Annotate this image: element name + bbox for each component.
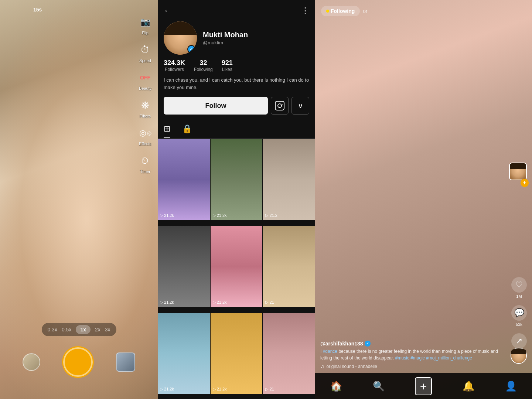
timer-label: Timer: [140, 169, 150, 174]
speed-button[interactable]: ⏱ Speed: [138, 42, 153, 63]
create-icon: ＋: [415, 377, 432, 395]
feed-background: [315, 0, 532, 399]
play-count: ▷ 21.2k: [213, 213, 227, 218]
nav-search[interactable]: 🔍: [373, 381, 385, 392]
play-count: ▷ 21.2k: [160, 300, 174, 305]
nav-create[interactable]: ＋: [415, 377, 432, 395]
timer-button[interactable]: ⏲ Timer: [138, 153, 153, 174]
following-button[interactable]: Following: [321, 6, 360, 16]
dropdown-button[interactable]: ∨: [291, 97, 309, 115]
home-icon: 🏠: [330, 381, 342, 392]
feed-avatar-hair: [511, 348, 526, 354]
shutter-button[interactable]: [63, 347, 93, 377]
video-thumbnail[interactable]: ▷ 21.2k: [211, 139, 263, 220]
caption-sound: ♫ original sound - annabelle: [320, 364, 510, 369]
comment-action[interactable]: 💬 53k: [511, 305, 527, 327]
bottom-navigation: 🏠 🔍 ＋ 🔔 👤: [315, 373, 532, 399]
followers-label: Followers: [164, 67, 185, 72]
comment-icon: 💬: [511, 305, 527, 321]
profile-topbar: ← ⋮: [158, 0, 315, 18]
feed-bottom-avatar[interactable]: [511, 348, 527, 364]
play-count: ▷ 21.2k: [213, 387, 227, 392]
speed-label: Speed: [139, 58, 151, 63]
zoom-05x[interactable]: 0.5x: [62, 327, 71, 332]
profile-tabs: ⊞ 🔒: [158, 120, 315, 139]
likes-stat: 921 Likes: [222, 59, 233, 72]
nav-notifications[interactable]: 🔔: [463, 381, 474, 392]
profile-panel: ← ⋮ ✓ Mukti Mohan @muktim 324.3K Followe…: [158, 0, 315, 399]
profile-avatar: ✓: [164, 21, 197, 55]
timer-icon: ⏲: [138, 153, 153, 168]
feed-caption: @arshifakhan138 ✓ I #dance because there…: [320, 341, 510, 369]
video-grid: ▷ 21.2k ▷ 21.2k ▷ 21.2 ▷ 21.2k ▷ 21.2k ▷…: [158, 139, 315, 399]
username-text: @arshifakhan138: [320, 341, 363, 347]
beauty-button[interactable]: OFF Beauty: [138, 70, 153, 91]
gallery-thumbnail[interactable]: [116, 352, 135, 372]
following-label: Following: [194, 67, 213, 72]
video-thumbnail[interactable]: ▷ 21: [263, 313, 315, 394]
camera-bottom-controls: [0, 347, 158, 377]
zoom-bar: 0.3x 0.5x 1x 2x 3x: [41, 323, 116, 336]
back-button[interactable]: ←: [164, 6, 172, 16]
beauty-icon: OFF: [138, 70, 153, 85]
video-thumbnail[interactable]: ▷ 21.2k: [211, 226, 263, 307]
zoom-03x[interactable]: 0.3x: [47, 327, 57, 332]
camera-flip-button[interactable]: 📷 Flip: [138, 15, 153, 35]
hashtag-magic: #magic: [410, 355, 425, 361]
filters-label: Filters: [140, 114, 151, 118]
video-thumbnail[interactable]: ▷ 21.2: [263, 139, 315, 220]
music-note-icon: ♫: [320, 364, 324, 369]
beauty-label: Beauty: [139, 86, 151, 91]
filters-button[interactable]: ❋ Filters: [138, 98, 153, 118]
nav-home[interactable]: 🏠: [330, 381, 342, 392]
follow-button[interactable]: Follow: [164, 97, 268, 115]
effects-button[interactable]: ◎◎ Effects: [138, 126, 153, 146]
lock-heart-icon: 🔒: [182, 124, 192, 133]
profile-bio: I can chase you, and I can catch you, bu…: [158, 76, 315, 97]
following-stat: 32 Following: [194, 59, 213, 72]
follow-row: Follow ∨: [158, 97, 315, 120]
tab-videos[interactable]: ⊞: [164, 120, 170, 138]
video-thumbnail[interactable]: ▷ 21.2k: [158, 139, 210, 220]
hashtag-moj: #moj_million_challenge: [426, 355, 472, 361]
camera-panel: 15s 📷 Flip ⏱ Speed OFF Beauty ❋ Filters …: [0, 0, 158, 399]
following-label: Following: [331, 8, 355, 14]
likes-label: Likes: [222, 67, 233, 72]
feed-panel: Following or + ♡ 1M 💬 53k ↗ Share @arshi…: [315, 0, 532, 399]
caption-username: @arshifakhan138 ✓: [320, 341, 510, 347]
instagram-button[interactable]: [271, 97, 289, 115]
profile-name: Mukti Mohan: [203, 31, 309, 39]
profile-text: Mukti Mohan @muktim: [203, 31, 309, 45]
share-icon: ↗: [511, 333, 527, 349]
timer-display: 15s: [33, 7, 42, 13]
follow-plus-button[interactable]: +: [521, 179, 529, 187]
camera-avatar-button[interactable]: [23, 353, 40, 371]
mini-profile-thumbnail[interactable]: [509, 163, 527, 180]
camera-icon: 📷: [138, 15, 153, 30]
speed-icon: ⏱: [138, 42, 153, 57]
following-dot: [326, 10, 329, 13]
search-icon: 🔍: [373, 381, 385, 392]
video-thumbnail[interactable]: ▷ 21.2k: [211, 313, 263, 394]
hashtag-dance: #dance: [323, 349, 337, 354]
play-count: ▷ 21.2: [265, 213, 277, 218]
user-icon: 👤: [505, 381, 517, 392]
effects-icon: ◎◎: [138, 126, 153, 140]
video-thumbnail[interactable]: ▷ 21.2k: [158, 313, 210, 394]
hashtag-music: #music: [395, 355, 409, 361]
grid-icon: ⊞: [164, 124, 170, 133]
more-button[interactable]: ⋮: [301, 6, 309, 16]
mini-avatar-hair: [510, 163, 526, 169]
feed-right-actions: ♡ 1M 💬 53k ↗ Share: [511, 277, 527, 355]
zoom-3x[interactable]: 3x: [105, 327, 110, 332]
video-thumbnail[interactable]: ▷ 21.2k: [158, 226, 210, 307]
video-thumbnail[interactable]: ▷ 21: [263, 226, 315, 307]
caption-text: I #dance because there is no greater fee…: [320, 348, 510, 361]
zoom-1x[interactable]: 1x: [76, 325, 91, 334]
effects-label: Effects: [139, 141, 151, 146]
tab-liked[interactable]: 🔒: [182, 120, 192, 138]
zoom-2x[interactable]: 2x: [95, 327, 100, 332]
following-count: 32: [194, 59, 213, 67]
like-action[interactable]: ♡ 1M: [511, 277, 527, 299]
nav-profile[interactable]: 👤: [505, 381, 517, 392]
